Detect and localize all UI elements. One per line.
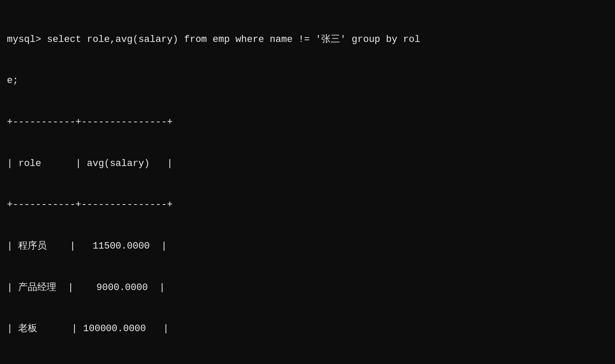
terminal-output: mysql> select role,avg(salary) from emp … xyxy=(7,5,608,364)
query1-line1: mysql> select role,avg(salary) from emp … xyxy=(7,33,608,47)
query1-border-mid: +-----------+---------------+ xyxy=(7,198,608,212)
query1-row-1: | 程序员 | 11500.0000 | xyxy=(7,239,608,253)
query1-border-top: +-----------+---------------+ xyxy=(7,115,608,129)
query1-header: | role | avg(salary) | xyxy=(7,157,608,171)
query1-line2: e; xyxy=(7,74,608,88)
query1-row-2: | 产品经理 | 9000.0000 | xyxy=(7,281,608,295)
query1-row-3: | 老板 | 100000.0000 | xyxy=(7,322,608,336)
